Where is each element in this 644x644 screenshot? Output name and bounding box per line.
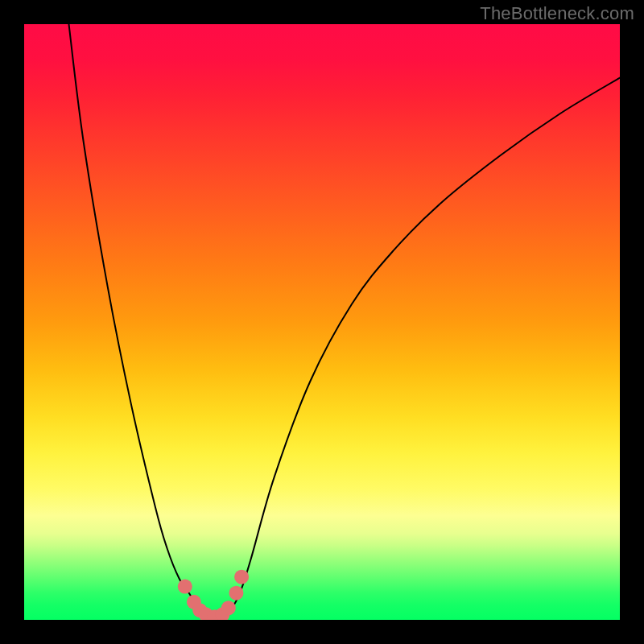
- data-dot: [234, 570, 249, 584]
- data-dot: [221, 601, 236, 615]
- curve-layer: [24, 24, 620, 620]
- data-dot: [229, 586, 243, 601]
- chart-frame: TheBottleneck.com: [0, 0, 644, 644]
- watermark-text: TheBottleneck.com: [480, 3, 634, 24]
- bottleneck-curve: [69, 24, 621, 617]
- plot-area: [24, 24, 620, 620]
- data-dot: [178, 580, 192, 594]
